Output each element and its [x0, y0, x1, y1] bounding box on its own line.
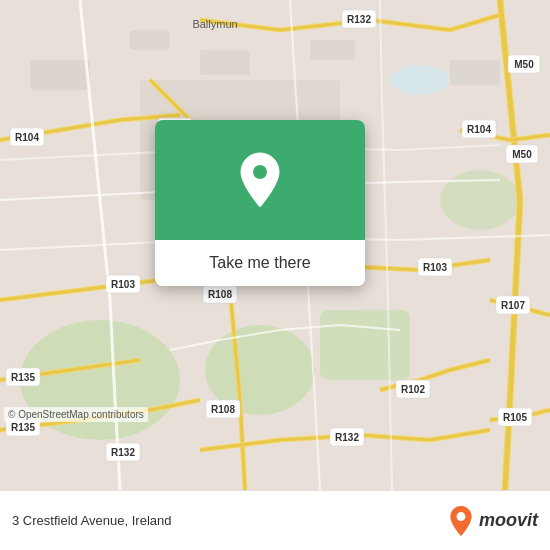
moovit-brand-name: moovit: [479, 510, 538, 531]
svg-text:R132: R132: [335, 432, 359, 443]
moovit-logo: moovit: [447, 505, 538, 537]
svg-text:R135: R135: [11, 422, 35, 433]
svg-rect-9: [310, 40, 355, 60]
copyright-text: © OpenStreetMap contributors: [4, 407, 148, 422]
svg-text:R103: R103: [111, 279, 135, 290]
popup-card: Take me there: [155, 120, 365, 286]
svg-text:R107: R107: [501, 300, 525, 311]
svg-rect-10: [450, 60, 500, 85]
location-pin-icon: [236, 151, 284, 209]
svg-rect-8: [200, 50, 250, 75]
svg-rect-7: [130, 30, 170, 50]
svg-text:R104: R104: [15, 132, 39, 143]
svg-point-4: [440, 170, 520, 230]
svg-text:R132: R132: [347, 14, 371, 25]
svg-point-49: [253, 165, 267, 179]
address-text: 3 Crestfield Avenue, Ireland: [12, 513, 171, 528]
svg-text:Ballymun: Ballymun: [192, 18, 237, 30]
bottom-bar: 3 Crestfield Avenue, Ireland moovit: [0, 490, 550, 550]
svg-text:M50: M50: [514, 59, 534, 70]
svg-text:R104: R104: [467, 124, 491, 135]
take-me-there-button[interactable]: Take me there: [155, 240, 365, 286]
moovit-pin-icon: [447, 505, 475, 537]
svg-text:M50: M50: [512, 149, 532, 160]
svg-point-5: [390, 65, 450, 95]
svg-point-50: [457, 512, 466, 521]
svg-rect-6: [30, 60, 90, 90]
svg-text:R132: R132: [111, 447, 135, 458]
svg-text:R105: R105: [503, 412, 527, 423]
svg-text:R108: R108: [211, 404, 235, 415]
svg-text:R135: R135: [11, 372, 35, 383]
map-container[interactable]: M50 M50 R132 R104 R104 R108 R108 R108 R1…: [0, 0, 550, 490]
svg-text:R103: R103: [423, 262, 447, 273]
svg-rect-3: [320, 310, 410, 380]
svg-text:R102: R102: [401, 384, 425, 395]
popup-green-area: [155, 120, 365, 240]
svg-text:R108: R108: [208, 289, 232, 300]
